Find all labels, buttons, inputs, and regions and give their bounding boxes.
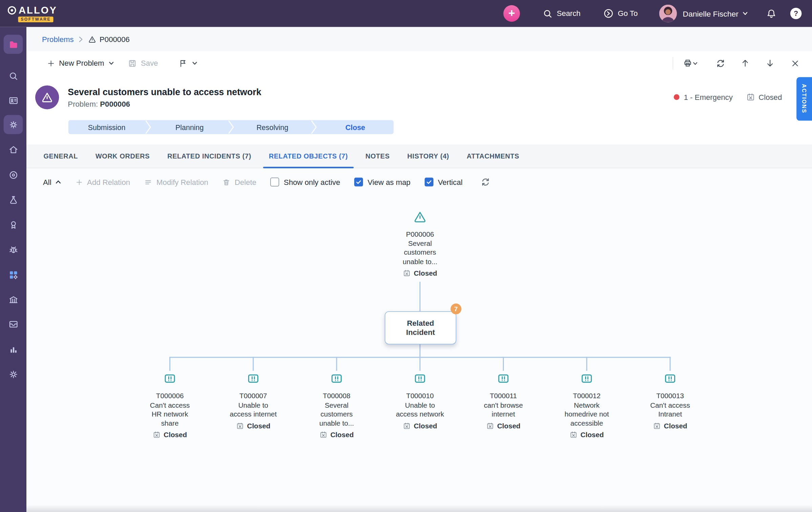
incident-icon (247, 372, 260, 385)
node-status: Closed (403, 269, 437, 278)
tab-history[interactable]: HISTORY (4) (399, 145, 458, 168)
record-id: P000006 (100, 100, 130, 108)
new-problem-button[interactable]: New Problem (42, 56, 120, 70)
stage-separator-icon (145, 120, 151, 134)
next-record-button[interactable] (761, 56, 779, 71)
connector-line (669, 357, 670, 371)
map-node-incident[interactable]: T000013 Can't access Intranet Closed (629, 372, 712, 430)
show-only-active-checkbox[interactable]: Show only active (270, 178, 340, 187)
breadcrumb: Problems P000006 (26, 27, 812, 51)
sidebar-item-contacts[interactable] (4, 91, 23, 110)
map-node-incident[interactable]: T000011 can't browse internet Closed (462, 372, 545, 430)
service-desk-icon (8, 120, 19, 130)
relation-filter-dropdown[interactable]: All (43, 178, 62, 186)
node-id: P000006 (406, 230, 434, 239)
record-header: Several customers unable to access netwo… (26, 75, 812, 119)
node-summary: Network homedrive not accessible (561, 401, 613, 428)
logo-text: ALLOY (19, 5, 57, 16)
modify-relation-button[interactable]: Modify Relation (144, 178, 208, 186)
tab-general[interactable]: GENERAL (35, 145, 86, 168)
map-node-incident[interactable]: T000008 Several customers unable to... C… (295, 372, 378, 440)
alloy-logo[interactable]: ALLOY SOFTWARE (7, 5, 57, 22)
create-new-button[interactable]: + (504, 5, 520, 22)
vertical-label: Vertical (438, 178, 463, 186)
node-status-label: Closed (664, 421, 687, 430)
node-status-label: Closed (414, 421, 437, 430)
status-closed-icon (653, 422, 661, 430)
tab-notes[interactable]: NOTES (357, 145, 399, 168)
map-node-incident[interactable]: T000006 Can't access HR network share Cl… (128, 372, 211, 440)
breadcrumb-parent-link[interactable]: Problems (42, 35, 74, 43)
save-label: Save (141, 59, 158, 67)
relation-type-label: Related Incident (400, 319, 441, 337)
node-id: T000008 (323, 391, 350, 401)
stage-planning[interactable]: Planning (151, 120, 228, 134)
help-icon[interactable]: ? (790, 8, 802, 19)
contact-card-icon (8, 95, 19, 106)
sidebar-item-lab[interactable] (4, 190, 23, 209)
close-icon (791, 59, 799, 68)
incident-icon (663, 372, 677, 385)
sidebar-item-dashboard-settings[interactable] (4, 265, 23, 284)
close-button[interactable] (786, 56, 804, 71)
save-button[interactable]: Save (123, 56, 163, 70)
main-content: Problems P000006 New Problem (26, 27, 812, 512)
print-button[interactable] (682, 56, 699, 71)
print-icon (683, 59, 692, 68)
stage-resolving[interactable]: Resolving (234, 120, 311, 134)
inbox-tray-icon (8, 319, 19, 329)
map-node-root-problem[interactable]: P000006 Several customers unable to... C… (384, 210, 456, 278)
checkbox-checked-icon (354, 178, 363, 187)
delete-relation-button[interactable]: Delete (222, 178, 256, 186)
tab-attachments[interactable]: ATTACHMENTS (458, 145, 528, 168)
add-relation-label: Add Relation (87, 178, 130, 186)
tab-related-incidents[interactable]: RELATED INCIDENTS (7) (158, 145, 260, 168)
sidebar-item-search[interactable] (4, 66, 23, 86)
refresh-button[interactable] (711, 56, 729, 71)
stage-separator-icon (311, 120, 317, 134)
goto-button[interactable]: Go To (603, 8, 638, 19)
refresh-map-button[interactable] (476, 174, 494, 190)
map-node-incident[interactable]: T000007 Unable to access internet Closed (212, 372, 295, 430)
sidebar-item-documents[interactable] (4, 35, 23, 54)
actions-panel-tab[interactable]: ACTIONS (796, 77, 812, 121)
user-avatar[interactable] (660, 5, 677, 22)
previous-record-button[interactable] (736, 56, 754, 71)
vertical-checkbox[interactable]: Vertical (424, 178, 463, 187)
user-menu-chevron-down-icon[interactable] (742, 10, 748, 17)
notifications-bell-icon[interactable] (766, 8, 777, 19)
sidebar-item-settings[interactable] (4, 365, 23, 384)
relation-type-box[interactable]: Related Incident (385, 311, 456, 344)
map-node-incident[interactable]: T000010 Unable to access network Closed (379, 372, 462, 430)
stage-submission[interactable]: Submission (68, 120, 145, 134)
sidebar-item-reports[interactable] (4, 340, 23, 359)
view-as-map-label: View as map (368, 178, 411, 186)
flag-button[interactable] (173, 56, 203, 70)
node-status: Closed (570, 430, 604, 440)
sidebar-item-locations[interactable] (4, 165, 23, 185)
user-name[interactable]: Danielle Fischer (683, 9, 738, 18)
tab-work-orders[interactable]: WORK ORDERS (87, 145, 158, 168)
stage-close[interactable]: Close (317, 120, 393, 134)
sidebar-item-home-alerts[interactable] (4, 140, 23, 159)
view-as-map-checkbox[interactable]: View as map (354, 178, 410, 187)
sidebar-item-projects[interactable] (4, 314, 23, 334)
search-button[interactable]: Search (543, 8, 581, 18)
flask-icon (8, 194, 19, 205)
folder-icon (8, 39, 19, 49)
add-relation-button[interactable]: Add Relation (76, 178, 130, 186)
node-id: T000007 (239, 391, 267, 401)
connector-line (253, 357, 254, 371)
incident-icon (497, 372, 510, 385)
sidebar-item-organization[interactable] (4, 290, 23, 309)
sidebar-item-service-desk[interactable] (4, 115, 23, 134)
node-status-label: Closed (247, 421, 270, 430)
incident-icon (413, 372, 427, 385)
sidebar-item-bugs[interactable] (4, 240, 23, 259)
sidebar (0, 27, 26, 512)
map-node-incident[interactable]: T000012 Network homedrive not accessible… (545, 372, 628, 440)
sidebar-item-awards[interactable] (4, 215, 23, 234)
breadcrumb-current: P000006 (88, 35, 129, 43)
delete-relation-label: Delete (235, 178, 256, 186)
tab-related-objects[interactable]: RELATED OBJECTS (7) (260, 145, 357, 168)
